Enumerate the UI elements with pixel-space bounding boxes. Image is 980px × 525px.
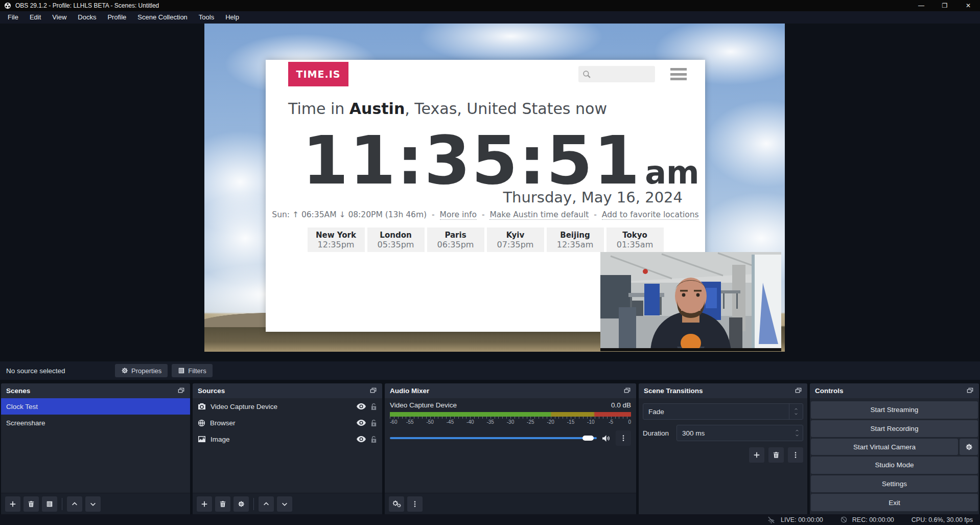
sources-panel: Sources Video Capture Device Browser: [193, 383, 382, 514]
filter-icon: [178, 367, 185, 374]
restore-button[interactable]: ❐: [933, 0, 956, 11]
lock-icon[interactable]: [370, 403, 377, 410]
timeis-logo[interactable]: TIME.IS: [288, 62, 348, 86]
minimize-button[interactable]: —: [909, 0, 933, 11]
popout-icon[interactable]: [795, 387, 802, 395]
world-clock-beijing[interactable]: Beijing12:35am: [547, 227, 604, 252]
filters-button[interactable]: Filters: [172, 364, 212, 377]
popout-icon[interactable]: [369, 387, 377, 395]
menu-help[interactable]: Help: [220, 11, 245, 24]
globe-icon: [198, 419, 205, 427]
sources-header: Sources: [193, 383, 382, 398]
source-properties-button[interactable]: [234, 496, 249, 512]
rec-timecode: REC: 00:00:00: [852, 516, 894, 523]
search-input[interactable]: [578, 66, 655, 82]
popout-icon[interactable]: [966, 387, 974, 395]
remove-scene-button[interactable]: [24, 496, 39, 512]
close-button[interactable]: ✕: [956, 0, 980, 11]
toolbar-divider: [253, 498, 254, 510]
source-item-video-capture[interactable]: Video Capture Device: [193, 398, 382, 415]
popout-icon[interactable]: [623, 387, 631, 395]
move-source-up-button[interactable]: [259, 496, 274, 512]
world-clock-london[interactable]: London05:35pm: [367, 227, 425, 252]
meter-ticks: [390, 417, 631, 419]
db-scale: -60 -55 -50 -45 -40 -35 -30 -25 -20 -15 …: [390, 419, 631, 426]
more-info-link[interactable]: More info: [440, 210, 477, 220]
live-timecode: LIVE: 00:00:00: [781, 516, 823, 523]
add-favorite-link[interactable]: Add to favorite locations: [602, 210, 699, 220]
world-clocks: New York12:35pm London05:35pm Paris06:35…: [266, 227, 705, 252]
source-toolbar: No source selected Properties Filters: [0, 361, 980, 380]
volume-slider-handle[interactable]: [582, 436, 594, 441]
volume-meter: [390, 412, 631, 417]
studio-mode-button[interactable]: Studio Mode: [811, 456, 978, 474]
menu-edit[interactable]: Edit: [24, 11, 46, 24]
channel-menu-button[interactable]: [616, 430, 631, 446]
audio-mixer-title: Audio Mixer: [390, 387, 429, 395]
speaker-icon[interactable]: [602, 435, 611, 442]
source-item-image[interactable]: Image: [193, 431, 382, 447]
visibility-eye-icon[interactable]: [357, 436, 366, 442]
visibility-eye-icon[interactable]: [357, 420, 366, 426]
duration-spinner[interactable]: 300 ms: [676, 425, 803, 441]
menu-profile[interactable]: Profile: [102, 11, 132, 24]
webcam-overlay: [600, 252, 781, 351]
obs-window: OBS 29.1.2 - Profile: LLHLS BETA - Scene…: [0, 0, 980, 525]
menu-docks[interactable]: Docks: [72, 11, 102, 24]
add-scene-button[interactable]: [5, 496, 20, 512]
volume-slider[interactable]: [390, 437, 597, 439]
lock-icon[interactable]: [370, 419, 377, 427]
search-icon: [582, 70, 591, 79]
move-source-down-button[interactable]: [277, 496, 292, 512]
popout-icon[interactable]: [177, 387, 185, 395]
menu-view[interactable]: View: [46, 11, 72, 24]
sources-title: Sources: [198, 387, 225, 395]
gears-icon: [392, 500, 401, 508]
source-item-browser[interactable]: Browser: [193, 415, 382, 431]
menu-file[interactable]: File: [2, 11, 24, 24]
remove-source-button[interactable]: [215, 496, 230, 512]
webcam-feed: [600, 252, 781, 351]
start-recording-button[interactable]: Start Recording: [811, 420, 978, 438]
make-default-link[interactable]: Make Austin time default: [489, 210, 589, 220]
lock-icon[interactable]: [370, 436, 377, 443]
transition-menu-button[interactable]: [788, 447, 803, 463]
scenes-list: Clock Test Screenshare: [1, 398, 190, 493]
scenes-header: Scenes: [1, 383, 190, 398]
move-scene-up-button[interactable]: [67, 496, 82, 512]
add-transition-button[interactable]: [749, 447, 764, 463]
controls-title: Controls: [815, 387, 844, 395]
hamburger-menu-icon[interactable]: [670, 68, 687, 80]
exit-button[interactable]: Exit: [811, 494, 978, 511]
cpu-fps-stats: CPU: 0.6%, 30.00 fps: [912, 516, 973, 523]
scene-filters-button[interactable]: [42, 496, 57, 512]
controls-header: Controls: [810, 383, 979, 398]
menu-scene-collection[interactable]: Scene Collection: [132, 11, 193, 24]
visibility-eye-icon[interactable]: [357, 403, 366, 409]
scene-item-clock-test[interactable]: Clock Test: [1, 398, 190, 415]
move-scene-down-button[interactable]: [85, 496, 101, 512]
add-source-button[interactable]: [197, 496, 212, 512]
mixer-menu-button[interactable]: [407, 496, 423, 512]
remove-transition-button[interactable]: [768, 447, 784, 463]
settings-button[interactable]: Settings: [811, 475, 978, 493]
start-streaming-button[interactable]: Start Streaming: [811, 401, 978, 419]
world-clock-paris[interactable]: Paris06:35pm: [427, 227, 484, 252]
transitions-panel: Scene Transitions Fade Duration 300 ms: [639, 383, 807, 514]
menu-tools[interactable]: Tools: [193, 11, 220, 24]
preview-canvas[interactable]: TIME.IS Time in Austin, Texas, United St…: [0, 24, 980, 361]
scenes-toolbar: [1, 493, 190, 514]
toolbar-divider: [62, 498, 62, 510]
cloud-shape: [419, 24, 603, 64]
properties-button[interactable]: Properties: [115, 364, 168, 377]
scene-item-screenshare[interactable]: Screenshare: [1, 415, 190, 431]
title-bar: OBS 29.1.2 - Profile: LLHLS BETA - Scene…: [0, 0, 980, 11]
channel-level: 0.0 dB: [611, 401, 631, 409]
world-clock-tokyo[interactable]: Tokyo01:35am: [606, 227, 664, 252]
world-clock-kyiv[interactable]: Kyiv07:35pm: [487, 227, 544, 252]
start-virtual-camera-button[interactable]: Start Virtual Camera: [811, 439, 958, 455]
transition-select[interactable]: Fade: [643, 403, 803, 420]
advanced-audio-button[interactable]: [389, 496, 404, 512]
virtual-camera-settings-button[interactable]: [960, 439, 978, 455]
world-clock-newyork[interactable]: New York12:35pm: [308, 227, 365, 252]
